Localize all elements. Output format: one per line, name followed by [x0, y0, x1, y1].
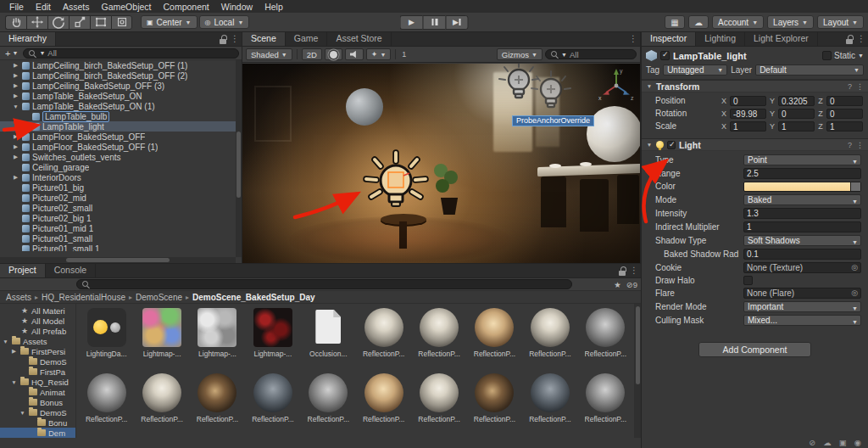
- project-folder-assets[interactable]: ▼Assets: [0, 336, 75, 346]
- rect-tool-button[interactable]: [90, 15, 111, 30]
- menu-item-window[interactable]: Window: [215, 2, 259, 12]
- panel-menu-icon[interactable]: ⋮: [231, 34, 239, 44]
- shadow-type-dropdown[interactable]: Soft Shadows▼: [743, 235, 861, 246]
- type-dropdown[interactable]: Point▼: [743, 154, 861, 165]
- position-x-field[interactable]: 0: [730, 96, 766, 106]
- project-folder-all-materi[interactable]: ★All Materi: [0, 305, 75, 316]
- menu-item-component[interactable]: Component: [157, 2, 214, 12]
- breadcrumb-item[interactable]: DemoScene_BakedSetup_Day: [192, 293, 315, 302]
- hierarchy-item[interactable]: LampTable_bulb: [0, 111, 242, 121]
- help-icon[interactable]: ?: [848, 141, 852, 149]
- baked-shadow-rad-field[interactable]: 0.1: [743, 249, 861, 260]
- lock-icon[interactable]: [846, 35, 853, 44]
- rotation-z-field[interactable]: 0: [826, 109, 863, 119]
- hierarchy-item[interactable]: Picture02_small: [0, 203, 242, 213]
- light-enabled-checkbox[interactable]: [667, 141, 676, 149]
- scene-lighting-button[interactable]: [325, 48, 342, 60]
- scale-y-field[interactable]: 1: [778, 121, 815, 132]
- project-vertical-scrollbar[interactable]: [634, 304, 641, 438]
- hierarchy-item[interactable]: Picture02_big 1: [0, 213, 242, 223]
- static-checkbox[interactable]: [822, 51, 832, 60]
- hierarchy-item[interactable]: ▶LampFloor_BakedSetup_OFF (1): [0, 142, 242, 152]
- tab-game[interactable]: Game: [286, 32, 328, 46]
- cloud-status-icon[interactable]: ☁: [823, 438, 832, 447]
- light-probe-gizmo-icon[interactable]: [528, 70, 575, 119]
- hierarchy-item[interactable]: ▶Switches_outlets_vents: [0, 152, 242, 162]
- asset-item[interactable]: ReflectionP...: [523, 372, 576, 437]
- move-tool-button[interactable]: [26, 15, 47, 30]
- tag-dropdown[interactable]: Untagged▼: [663, 64, 727, 76]
- cookie-object-field[interactable]: None (Texture)◎: [743, 262, 861, 273]
- asset-item[interactable]: ReflectionP...: [579, 372, 632, 437]
- layout-dropdown[interactable]: Layout▼: [817, 15, 864, 29]
- transform-component-header[interactable]: ▼ Transform ?⋮: [642, 80, 868, 92]
- expand-arrow-icon[interactable]: ▶: [12, 154, 19, 160]
- project-folder-hq-resid[interactable]: ▼HQ_Resid: [0, 377, 75, 387]
- active-checkbox[interactable]: [660, 51, 670, 60]
- asset-item[interactable]: Lightmap-...: [246, 306, 299, 372]
- asset-item[interactable]: ReflectionP...: [468, 306, 521, 372]
- expand-arrow-icon[interactable]: ▶: [12, 143, 19, 150]
- project-folder-firstpa[interactable]: FirstPa: [0, 367, 75, 377]
- add-component-button[interactable]: Add Component: [698, 342, 812, 357]
- project-folder-dem[interactable]: Dem: [0, 428, 75, 438]
- asset-item[interactable]: ReflectionP...: [468, 372, 521, 437]
- hierarchy-search-field[interactable]: ▼ All: [23, 48, 239, 59]
- reflection-probe-sphere[interactable]: [346, 88, 383, 126]
- pivot-mode-dropdown[interactable]: ▣Center▼: [141, 15, 198, 29]
- transform-tool-button[interactable]: [111, 15, 132, 30]
- expand-arrow-icon[interactable]: ▶: [12, 133, 19, 140]
- project-folder-firstpersi[interactable]: ▶FirstPersi: [0, 346, 75, 356]
- asset-item[interactable]: ReflectionP...: [357, 372, 410, 437]
- lock-icon[interactable]: [619, 266, 626, 276]
- foldout-arrow-icon[interactable]: ▼: [646, 142, 653, 148]
- hierarchy-item[interactable]: ▶LampTable_BakedSetup_ON: [0, 91, 242, 101]
- render-mode-dropdown[interactable]: Important▼: [743, 301, 861, 312]
- project-folder-bonus[interactable]: Bonus: [0, 397, 75, 407]
- scene-viewport[interactable]: ProbeAnchorOverride y x z: [242, 64, 641, 263]
- asset-item[interactable]: ReflectionP...: [246, 372, 299, 437]
- tab-scene[interactable]: Scene: [242, 32, 286, 46]
- scene-orientation-gizmo[interactable]: y x z: [597, 65, 636, 104]
- breadcrumb-item[interactable]: Assets: [6, 293, 31, 302]
- asset-item[interactable]: ReflectionP...: [357, 306, 410, 372]
- handle-space-dropdown[interactable]: ◎Local▼: [199, 15, 250, 29]
- rotation-y-field[interactable]: 0: [778, 109, 815, 119]
- breadcrumb-item[interactable]: DemoScene: [136, 293, 182, 302]
- hand-tool-button[interactable]: [5, 15, 26, 30]
- menu-item-help[interactable]: Help: [259, 2, 289, 12]
- step-button[interactable]: ▶: [446, 15, 469, 30]
- project-search-field[interactable]: [76, 279, 572, 289]
- help-icon[interactable]: ?: [848, 82, 852, 91]
- hierarchy-item[interactable]: ▶LampCeiling_BakedSetup_OFF (3): [0, 81, 242, 91]
- account-dropdown[interactable]: Account▼: [712, 15, 764, 29]
- tab-inspector[interactable]: Inspector: [642, 32, 696, 46]
- position-z-field[interactable]: 0: [826, 96, 863, 106]
- search-filter-icon[interactable]: ▼: [39, 50, 45, 56]
- project-folder-demos[interactable]: ▼DemoS: [0, 407, 75, 417]
- rotate-tool-button[interactable]: [47, 15, 69, 30]
- scale-x-field[interactable]: 1: [730, 121, 766, 132]
- panel-menu-icon[interactable]: ⋮: [857, 34, 865, 44]
- tab-light-explorer[interactable]: Light Explorer: [745, 32, 818, 46]
- panel-menu-icon[interactable]: ⋮: [629, 34, 637, 44]
- project-folder-bonu[interactable]: Bonu: [0, 417, 75, 428]
- hierarchy-item[interactable]: ▶LampFloor_BakedSetup_OFF: [0, 132, 242, 142]
- tab-asset-store[interactable]: Asset Store: [327, 32, 391, 46]
- layer-dropdown[interactable]: Default▼: [755, 64, 864, 76]
- project-folder-demos[interactable]: DemoS: [0, 356, 75, 367]
- gameobject-name[interactable]: LampTable_light: [673, 51, 819, 61]
- asset-item[interactable]: ReflectionP...: [191, 372, 244, 437]
- expand-arrow-icon[interactable]: ▶: [10, 348, 18, 355]
- project-folder-animat[interactable]: Animat: [0, 387, 75, 397]
- cloud-services-button[interactable]: ☁: [688, 15, 709, 29]
- activity-icon[interactable]: ▣: [839, 438, 847, 447]
- asset-item[interactable]: ReflectionP...: [135, 372, 188, 437]
- asset-item[interactable]: ReflectionP...: [579, 306, 632, 372]
- expand-arrow-icon[interactable]: ▶: [12, 174, 19, 181]
- expand-arrow-icon[interactable]: ▶: [12, 82, 19, 89]
- gizmos-dropdown[interactable]: Gizmos▼: [497, 48, 542, 60]
- tab-hierarchy[interactable]: Hierarchy: [0, 32, 56, 46]
- indirect-multiplier-field[interactable]: 1: [743, 221, 861, 232]
- expand-arrow-icon[interactable]: ▼: [19, 410, 26, 416]
